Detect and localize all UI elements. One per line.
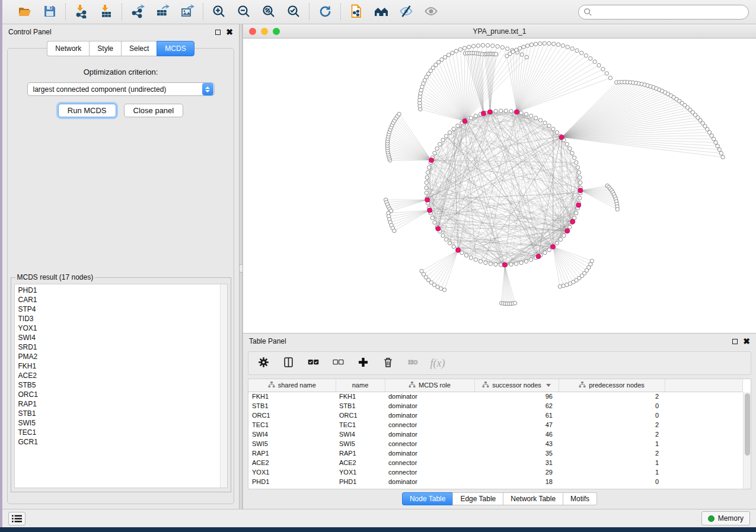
table-cell[interactable]: 2 [559,392,665,401]
mcds-result-item[interactable]: RAP1 [18,399,227,409]
hide-details-button[interactable] [398,4,414,20]
mcds-result-item[interactable]: YOX1 [18,323,227,333]
table-cell[interactable]: RAP1 [336,448,385,458]
table-row[interactable]: PHD1PHD1dominator180 [248,477,743,486]
mcds-result-item[interactable]: FKH1 [18,361,227,371]
toggle-columns-button[interactable] [282,357,295,370]
table-cell[interactable]: SWI5 [248,439,336,448]
mcds-result-item[interactable]: ACE2 [18,371,227,380]
table-row[interactable]: RAP1RAP1dominator352 [248,448,743,458]
table-cell[interactable]: TEC1 [336,420,385,430]
table-row[interactable]: ORC1ORC1dominator610 [248,411,743,420]
save-session-button[interactable] [42,4,58,20]
optimization-criterion-select[interactable]: largest connected component (undirected) [27,82,215,96]
zoom-fit-button[interactable] [260,4,277,20]
table-cell[interactable]: connector [385,420,474,430]
network-overview-button[interactable] [373,4,390,20]
tab-mcds[interactable]: MCDS [157,41,194,56]
network-canvas[interactable] [243,39,756,333]
table-cell[interactable]: 0 [559,477,665,486]
tab-style[interactable]: Style [89,41,121,56]
column-header-successor-nodes[interactable]: successor nodes [474,379,559,392]
table-cell[interactable]: 31 [474,458,559,467]
deselect-all-checks-button[interactable] [331,357,344,370]
run-mcds-button[interactable]: Run MCDS [58,104,116,117]
table-cell[interactable]: ACE2 [248,458,336,467]
table-cell[interactable]: FKH1 [248,392,336,401]
table-cell[interactable]: FKH1 [336,392,385,401]
share-document-button[interactable] [348,4,365,20]
table-cell[interactable]: 29 [474,467,559,477]
export-image-button[interactable] [179,4,196,20]
mcds-result-item[interactable]: SWI5 [18,418,227,428]
tab-node-table[interactable]: Node Table [402,492,453,505]
mcds-result-item[interactable]: STB1 [18,409,227,418]
table-cell[interactable]: dominator [385,448,474,458]
table-cell[interactable]: dominator [385,411,474,420]
table-scrollbar-thumb[interactable] [745,393,750,456]
panel-splitter[interactable] [239,24,243,509]
table-cell[interactable]: dominator [385,430,474,439]
table-cell[interactable]: STB1 [336,401,385,411]
table-cell[interactable]: connector [385,467,474,477]
mcds-result-item[interactable]: CAR1 [18,295,227,305]
table-row[interactable]: ACE2ACE2connector311 [248,458,743,467]
export-network-button[interactable] [129,4,146,20]
export-table-button[interactable] [154,4,171,20]
table-cell[interactable]: 2 [559,420,665,430]
fan-nodes[interactable] [384,41,725,306]
mcds-list-scrollbar[interactable] [220,284,227,488]
mcds-result-item[interactable]: PHD1 [18,286,227,295]
table-row[interactable]: TEC1TEC1connector472 [248,420,743,430]
table-cell[interactable]: SWI4 [336,430,385,439]
mcds-result-item[interactable]: SWI4 [18,333,227,342]
table-cell[interactable]: 35 [474,448,559,458]
zoom-in-button[interactable] [210,4,227,20]
table-row[interactable]: STB1STB1dominator620 [248,401,743,411]
column-header-predecessor-nodes[interactable]: predecessor nodes [559,379,665,392]
memory-button[interactable]: Memory [701,511,750,525]
import-table-button[interactable] [98,4,114,20]
mcds-result-item[interactable]: GCR1 [18,437,227,447]
table-cell[interactable]: SWI5 [336,439,385,448]
open-file-button[interactable] [17,4,33,20]
tab-network[interactable]: Network [47,41,89,56]
table-scrollbar[interactable] [743,392,751,489]
table-cell[interactable]: STB1 [248,401,336,411]
table-cell[interactable]: ORC1 [336,411,385,420]
table-cell[interactable]: 62 [474,401,559,411]
table-cell[interactable]: 2 [559,448,665,458]
splitter-handle[interactable] [239,264,243,273]
close-panel-icon[interactable]: ✖ [226,29,233,35]
mcds-result-listbox[interactable]: PHD1CAR1STP4TID3YOX1SWI4SRD1PMA2FKH1ACE2… [14,284,228,488]
table-cell[interactable]: 1 [559,467,665,477]
mcds-result-item[interactable]: TEC1 [18,428,227,437]
table-cell[interactable]: SWI4 [248,430,336,439]
table-cell[interactable]: 96 [474,392,559,401]
mcds-result-item[interactable]: TID3 [18,314,227,323]
mcds-result-item[interactable]: PMA2 [18,352,227,361]
show-details-button[interactable] [423,4,439,20]
network-window-titlebar[interactable]: YPA_prune.txt_1 [243,24,756,39]
column-header-MCDS-role[interactable]: MCDS role [385,379,474,392]
mcds-result-item[interactable]: SRD1 [18,342,227,352]
table-cell[interactable]: ACE2 [336,458,385,467]
table-cell[interactable]: YOX1 [336,467,385,477]
add-column-button[interactable] [356,357,369,370]
mcds-result-item[interactable]: STP4 [18,305,227,314]
close-panel-button[interactable]: Close panel [124,104,184,117]
table-row[interactable]: SWI5SWI5connector431 [248,439,743,448]
table-row[interactable]: YOX1YOX1connector291 [248,467,743,477]
table-cell[interactable]: 18 [474,477,559,486]
tab-select[interactable]: Select [121,41,157,56]
tab-motifs[interactable]: Motifs [563,492,597,505]
tab-network-table[interactable]: Network Table [503,492,563,505]
table-row[interactable]: FKH1FKH1dominator962 [248,392,743,401]
table-cell[interactable]: RAP1 [248,448,336,458]
table-cell[interactable]: dominator [385,392,474,401]
table-cell[interactable]: dominator [385,401,474,411]
table-cell[interactable]: connector [385,458,474,467]
table-cell[interactable]: 1 [559,458,665,467]
table-cell[interactable]: TEC1 [248,420,336,430]
table-cell[interactable]: 46 [474,430,559,439]
